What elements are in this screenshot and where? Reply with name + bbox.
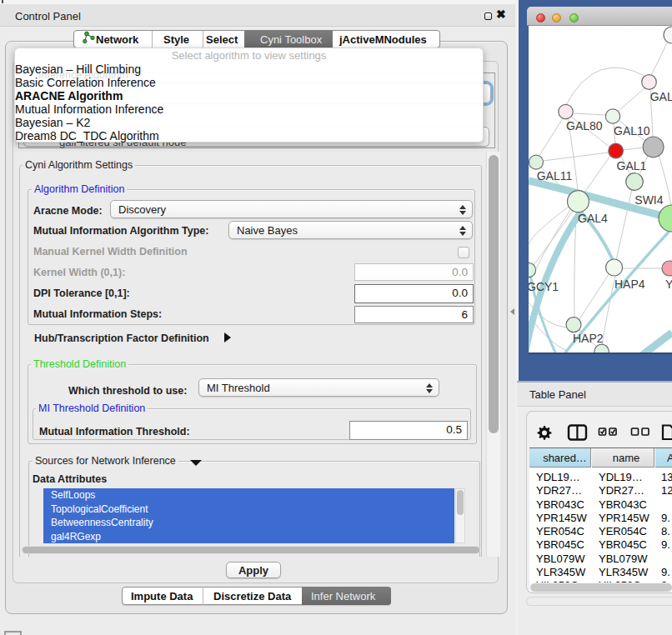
- svg-text:HAP2: HAP2: [573, 332, 604, 345]
- svg-text:GAL1: GAL1: [617, 159, 647, 172]
- svg-text:GAL80: GAL80: [566, 119, 603, 132]
- svg-text:Y: Y: [665, 278, 672, 291]
- svg-text:HAP4: HAP4: [614, 278, 645, 291]
- svg-text:GAL10: GAL10: [614, 124, 650, 138]
- svg-text:GCY1: GCY1: [529, 280, 559, 293]
- svg-text:GAL11: GAL11: [537, 169, 573, 182]
- svg-text:GAL: GAL: [650, 90, 672, 103]
- svg-text:GAL4: GAL4: [578, 212, 608, 225]
- svg-text:SWI4: SWI4: [634, 193, 663, 207]
